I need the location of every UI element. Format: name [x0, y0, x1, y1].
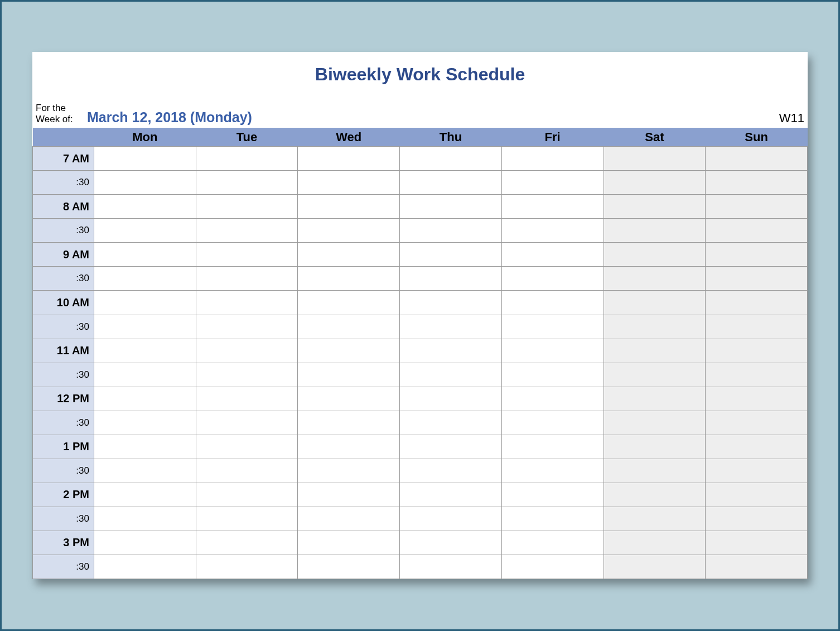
schedule-cell[interactable]: [94, 147, 196, 171]
schedule-cell[interactable]: [400, 315, 502, 339]
schedule-cell[interactable]: [501, 291, 604, 315]
schedule-cell[interactable]: [400, 363, 502, 387]
schedule-cell[interactable]: [298, 459, 400, 483]
schedule-cell[interactable]: [706, 171, 808, 195]
schedule-cell[interactable]: [196, 219, 298, 243]
schedule-cell[interactable]: [400, 195, 502, 219]
schedule-cell[interactable]: [94, 459, 196, 483]
schedule-cell[interactable]: [501, 459, 604, 483]
schedule-cell[interactable]: [196, 363, 298, 387]
schedule-cell[interactable]: [298, 411, 400, 435]
schedule-cell[interactable]: [706, 339, 808, 363]
schedule-cell[interactable]: [196, 507, 298, 531]
schedule-cell[interactable]: [94, 315, 196, 339]
schedule-cell[interactable]: [501, 531, 604, 555]
schedule-cell[interactable]: [604, 267, 706, 291]
schedule-cell[interactable]: [94, 219, 196, 243]
schedule-cell[interactable]: [400, 219, 502, 243]
schedule-cell[interactable]: [94, 435, 196, 459]
schedule-cell[interactable]: [298, 531, 400, 555]
schedule-cell[interactable]: [706, 219, 808, 243]
schedule-cell[interactable]: [298, 195, 400, 219]
schedule-cell[interactable]: [706, 147, 808, 171]
schedule-cell[interactable]: [501, 147, 604, 171]
schedule-cell[interactable]: [706, 195, 808, 219]
schedule-cell[interactable]: [501, 483, 604, 507]
schedule-cell[interactable]: [400, 555, 502, 579]
schedule-cell[interactable]: [400, 411, 502, 435]
schedule-cell[interactable]: [706, 363, 808, 387]
schedule-cell[interactable]: [94, 195, 196, 219]
schedule-cell[interactable]: [604, 387, 706, 411]
schedule-cell[interactable]: [94, 243, 196, 267]
schedule-cell[interactable]: [196, 267, 298, 291]
schedule-cell[interactable]: [298, 483, 400, 507]
schedule-cell[interactable]: [604, 315, 706, 339]
schedule-cell[interactable]: [298, 387, 400, 411]
schedule-cell[interactable]: [706, 435, 808, 459]
schedule-cell[interactable]: [94, 507, 196, 531]
schedule-cell[interactable]: [604, 147, 706, 171]
schedule-cell[interactable]: [400, 339, 502, 363]
schedule-cell[interactable]: [604, 459, 706, 483]
schedule-cell[interactable]: [706, 483, 808, 507]
schedule-cell[interactable]: [196, 435, 298, 459]
schedule-cell[interactable]: [706, 531, 808, 555]
schedule-cell[interactable]: [501, 243, 604, 267]
schedule-cell[interactable]: [400, 483, 502, 507]
schedule-cell[interactable]: [604, 483, 706, 507]
schedule-cell[interactable]: [501, 315, 604, 339]
schedule-cell[interactable]: [400, 459, 502, 483]
schedule-cell[interactable]: [706, 243, 808, 267]
schedule-cell[interactable]: [94, 411, 196, 435]
schedule-cell[interactable]: [604, 195, 706, 219]
schedule-cell[interactable]: [706, 315, 808, 339]
schedule-cell[interactable]: [298, 555, 400, 579]
schedule-cell[interactable]: [604, 219, 706, 243]
schedule-cell[interactable]: [94, 555, 196, 579]
schedule-cell[interactable]: [604, 291, 706, 315]
schedule-cell[interactable]: [196, 147, 298, 171]
schedule-cell[interactable]: [501, 219, 604, 243]
schedule-cell[interactable]: [501, 387, 604, 411]
schedule-cell[interactable]: [706, 411, 808, 435]
schedule-cell[interactable]: [196, 339, 298, 363]
schedule-cell[interactable]: [501, 555, 604, 579]
schedule-cell[interactable]: [196, 459, 298, 483]
schedule-cell[interactable]: [298, 219, 400, 243]
schedule-cell[interactable]: [604, 243, 706, 267]
schedule-cell[interactable]: [501, 435, 604, 459]
schedule-cell[interactable]: [400, 531, 502, 555]
schedule-cell[interactable]: [94, 531, 196, 555]
schedule-cell[interactable]: [604, 339, 706, 363]
schedule-cell[interactable]: [196, 291, 298, 315]
schedule-cell[interactable]: [501, 195, 604, 219]
schedule-cell[interactable]: [501, 507, 604, 531]
schedule-cell[interactable]: [400, 291, 502, 315]
schedule-cell[interactable]: [604, 531, 706, 555]
schedule-cell[interactable]: [501, 363, 604, 387]
schedule-cell[interactable]: [400, 267, 502, 291]
schedule-cell[interactable]: [196, 315, 298, 339]
schedule-cell[interactable]: [706, 387, 808, 411]
schedule-cell[interactable]: [400, 387, 502, 411]
schedule-cell[interactable]: [501, 411, 604, 435]
schedule-cell[interactable]: [604, 411, 706, 435]
schedule-cell[interactable]: [706, 507, 808, 531]
schedule-cell[interactable]: [400, 507, 502, 531]
schedule-cell[interactable]: [501, 171, 604, 195]
schedule-cell[interactable]: [298, 363, 400, 387]
schedule-cell[interactable]: [196, 387, 298, 411]
schedule-cell[interactable]: [501, 267, 604, 291]
schedule-cell[interactable]: [604, 555, 706, 579]
schedule-cell[interactable]: [604, 435, 706, 459]
schedule-cell[interactable]: [196, 243, 298, 267]
schedule-cell[interactable]: [94, 339, 196, 363]
schedule-cell[interactable]: [298, 267, 400, 291]
schedule-cell[interactable]: [298, 147, 400, 171]
schedule-cell[interactable]: [196, 483, 298, 507]
schedule-cell[interactable]: [706, 555, 808, 579]
schedule-cell[interactable]: [604, 507, 706, 531]
schedule-cell[interactable]: [196, 555, 298, 579]
schedule-cell[interactable]: [196, 411, 298, 435]
